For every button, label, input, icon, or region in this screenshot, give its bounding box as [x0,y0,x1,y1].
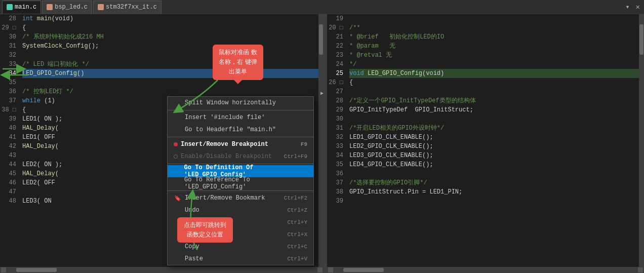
ln-34: 34 [0,69,16,78]
undo-icon [174,206,182,214]
menu-enable-breakpoint: Enable/Disable Breakpoint Ctrl+F9 [168,150,313,163]
rln-34: 34 [327,151,343,160]
scrollbar-thumb-left[interactable] [319,24,323,55]
bottom-scroll-thumb-right[interactable] [343,268,384,272]
menu-copy[interactable]: Copy Ctrl+C [168,241,313,253]
rln-27: 27 [327,87,343,96]
ln-43: 43 [0,151,16,160]
bottom-scroll-thumb-left[interactable] [16,268,57,272]
rcode-22: * @param 无 [349,42,639,51]
code-line-33: /* LED 端口初始化 */ [22,60,318,69]
shortcut-ctrl-f9: Ctrl+F9 [284,153,307,160]
rln-29: 29 [327,105,343,114]
tab-stm32[interactable]: stm32f7xx_it.c [93,1,162,14]
rcode-19 [349,14,639,23]
menu-goto-reference[interactable]: Go To Reference To 'LED_GPIO_Config' [168,177,313,189]
breakpoint-icon [174,142,178,146]
menu-bookmark[interactable]: 🔖 Insert/Remove Bookmark Ctrl+F2 [168,192,313,204]
code-line-29: { [22,23,318,32]
ln-35: 35 [0,78,16,87]
menu-insert-include[interactable]: Insert '#include file' [168,111,313,124]
ln-38: 38 □ [0,105,16,114]
rln-22: 22 [327,42,343,51]
rcode-36 [349,169,639,178]
ln-48: 48 [0,197,16,206]
split-icon [174,99,182,107]
rln-36: 36 [327,169,343,178]
tab-label-stm32: stm32f7xx_it.c [106,4,157,11]
rln-25: 25 [327,69,343,78]
rcode-24: */ [349,60,639,69]
code-content-right[interactable]: /** * @brief 初始化控制LED的IO * @param 无 * @r… [347,14,639,267]
rcode-34: LED3_GPIO_CLK_ENABLE(); [349,151,639,160]
ln-42: 42 [0,142,16,151]
scroll-left-btn[interactable] [1,267,6,272]
menu-cut[interactable]: Cut Ctrl+X [168,228,313,241]
rscroll-left-btn[interactable] [328,267,333,272]
scrollbar-thumb-right[interactable] [639,24,643,55]
menu-insert-breakpoint[interactable]: Insert/Remove Breakpoint F9 [168,138,313,150]
definition-icon [174,167,181,175]
rcode-23: * @retval 无 [349,51,639,60]
rln-31: 31 [327,124,343,133]
ln-33: 33 [0,60,16,69]
tab-bsp-led[interactable]: bsp_led.c [42,1,92,14]
tab-icon-main [7,4,13,10]
menu-undo[interactable]: Undo Ctrl+Z [168,204,313,216]
rln-32: 32 [327,133,343,142]
ln-45: 45 [0,169,16,178]
rcode-26: { [349,78,639,87]
shortcut-ctrl-c: Ctrl+C [287,244,307,250]
ln-29: 29 □ [0,23,16,32]
expand-arrow[interactable]: ▶ [320,90,324,96]
code-line-32 [22,51,318,60]
tab-bar: main.c bsp_led.c stm32f7xx_it.c ▾ ✕ [0,0,644,14]
ln-39: 39 [0,114,16,124]
rcode-35: LED4_GPIO_CLK_ENABLE(); [349,160,639,169]
line-numbers-right: 19 20 □ 21 22 23 24 25 26 □ 27 28 29 30 … [327,14,347,267]
scrollbar-right[interactable] [639,14,644,267]
menu-goto-definition[interactable]: Go To Definition Of 'LED_GPIO_Config' [168,165,313,177]
menu-redo[interactable]: Redo Ctrl+Y [168,216,313,228]
rln-37: 37 [327,178,343,187]
rln-30: 30 [327,114,343,124]
rln-21: 21 [327,32,343,42]
rcode-30 [349,114,639,124]
ln-41: 41 [0,133,16,142]
tab-minimize-button[interactable]: ▾ [623,3,631,11]
bottom-scrollbar-right[interactable] [327,267,644,273]
ln-44: 44 [0,160,16,169]
editor-container: 28 29 □ 30 31 32 33 34 35 36 37 38 □ 39 … [0,14,644,273]
editor-left: 28 29 □ 30 31 32 33 34 35 36 37 38 □ 39 … [0,14,324,273]
bookmark-icon: 🔖 [174,194,182,202]
reference-icon [174,179,181,187]
context-menu: Split Window horizontally Insert '#inclu… [167,96,314,265]
shortcut-ctrl-z: Ctrl+Z [287,207,307,213]
scroll-right-btn[interactable] [317,267,323,272]
header-icon [174,126,182,134]
tab-main-c[interactable]: main.c [2,1,41,14]
code-line-30: /* 系统时钟初始化成216 MH [22,32,318,42]
shortcut-ctrl-x: Ctrl+X [287,231,307,238]
ln-46: 46 [0,178,16,187]
rln-26: 26 □ [327,78,343,87]
menu-paste[interactable]: Paste Ctrl+V [168,253,313,265]
rcode-39 [349,197,639,206]
menu-sep-2 [168,137,313,137]
tab-close-button[interactable]: ✕ [634,3,642,11]
menu-sep-4 [168,190,313,191]
copy-icon [174,243,182,251]
scrollbar-left[interactable]: ▶ [318,14,324,267]
rln-20: 20 □ [327,23,343,32]
menu-goto-header[interactable]: Go to Headerfile "main.h" [168,124,313,136]
rln-23: 23 [327,51,343,60]
rcode-31: /*开启LED相关的GPIO外设时钟*/ [349,124,639,133]
redo-icon [174,218,182,226]
bottom-scrollbar-left[interactable] [0,267,324,273]
rln-35: 35 [327,160,343,169]
ln-30: 30 [0,32,16,42]
menu-sep-1 [168,110,313,110]
shortcut-ctrl-v: Ctrl+V [287,256,307,262]
rscroll-right-btn[interactable] [638,267,643,272]
menu-split-window[interactable]: Split Window horizontally [168,97,313,109]
